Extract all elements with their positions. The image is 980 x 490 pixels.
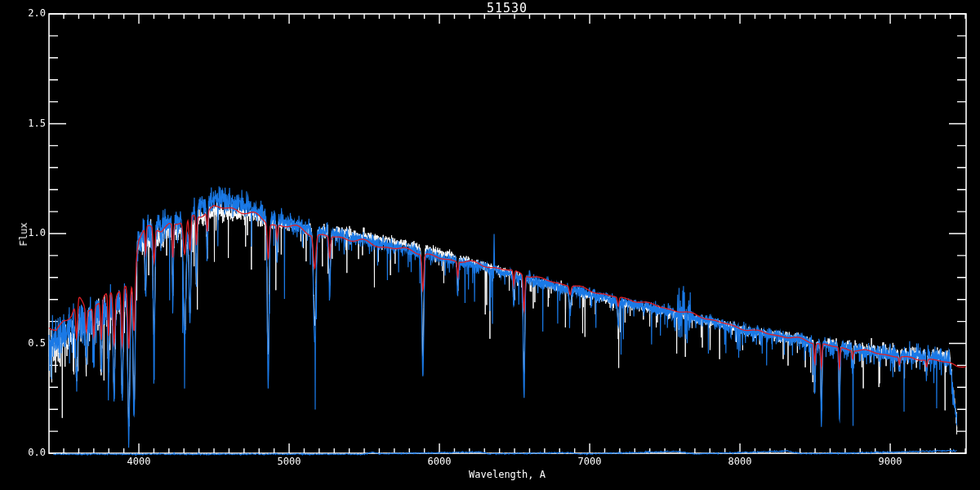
x-tick-label: 8000 [728, 456, 752, 467]
y-tick-label: 2.0 [0, 7, 46, 19]
x-tick-label: 5000 [278, 456, 301, 467]
x-tick-label: 7000 [578, 456, 602, 467]
spectrum-plot-canvas [0, 0, 980, 490]
chart-title: 51530 [487, 1, 528, 16]
y-tick-label: 0.0 [0, 447, 46, 458]
x-tick-label: 6000 [428, 456, 452, 467]
y-tick-label: 1.5 [0, 118, 46, 129]
x-tick-label: 9000 [879, 456, 902, 467]
x-tick-label: 4000 [127, 456, 151, 467]
y-tick-label: 0.5 [0, 337, 46, 349]
x-axis-title: Wavelength, A [469, 469, 546, 480]
spectrum-figure: 51530 Wavelength, A Flux 400050006000700… [0, 0, 980, 490]
y-tick-label: 1.0 [0, 227, 46, 238]
